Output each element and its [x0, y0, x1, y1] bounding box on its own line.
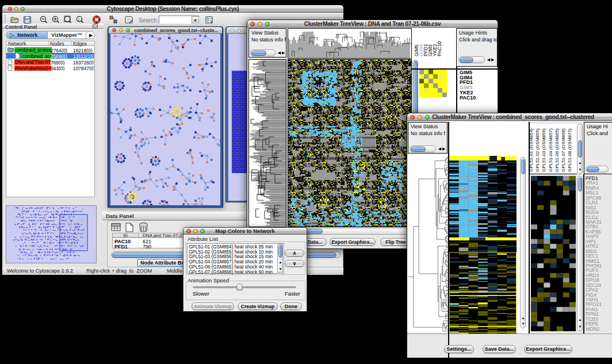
svg-text:1:1: 1:1: [78, 18, 83, 21]
